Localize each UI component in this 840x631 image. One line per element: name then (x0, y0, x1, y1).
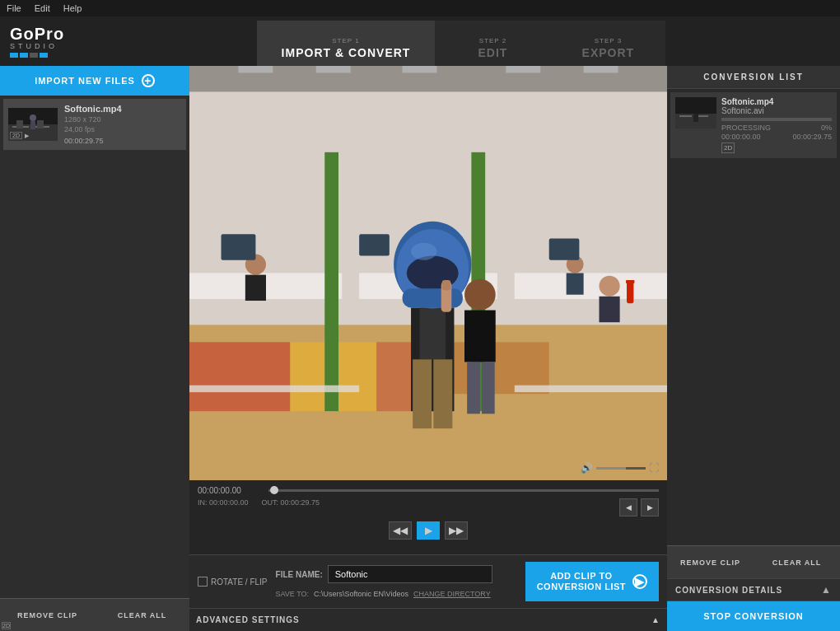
svg-rect-7 (30, 121, 35, 129)
tab-export[interactable]: STEP 3 EXPORT (550, 21, 665, 66)
rotate-label: ROTATE / FLIP (211, 577, 268, 587)
file-info: Softonic.mp4 1280 x 720 24,00 fps 00:00:… (64, 104, 181, 145)
svg-rect-51 (549, 239, 580, 260)
remove-clip-button[interactable]: REMOVE CLIP (0, 598, 95, 631)
step2-label: STEP 2 (479, 37, 506, 44)
svg-rect-43 (467, 362, 480, 414)
conversion-details-arrow: ▲ (821, 584, 832, 596)
svg-rect-29 (567, 273, 584, 295)
add-to-conversion-list-button[interactable]: ADD CLIP TOCONVERSION LIST ▶ (525, 562, 659, 601)
volume-row: 🔊 ⛶ (581, 462, 659, 474)
rotate-checkbox[interactable] (198, 577, 208, 587)
out-point: OUT: 00:00:29.75 (262, 498, 320, 516)
left-panel: IMPORT NEW FILES + (0, 66, 189, 631)
video-controls: 00:00:00.00 IN: 00:00:00.00 OUT: 00:00:2… (189, 480, 667, 554)
svg-point-41 (464, 279, 496, 311)
fullscreen-icon[interactable]: ⛶ (649, 462, 659, 474)
svg-rect-33 (433, 359, 452, 428)
svg-rect-4 (16, 120, 23, 129)
conv-filename-out: Softonic.avi (721, 106, 832, 115)
conversion-item[interactable]: 2D Softonic.mp4 Softonic.avi PROCESSING … (670, 92, 837, 158)
svg-rect-37 (403, 288, 463, 307)
filename-input[interactable] (328, 565, 492, 583)
gopro-logo: GoPro (10, 25, 64, 44)
video-area (189, 66, 667, 480)
conv-time-end: 00:00:29.75 (792, 133, 832, 141)
fast-forward-button[interactable]: ▶▶ (445, 521, 468, 540)
menu-edit[interactable]: Edit (35, 3, 50, 13)
step1-name: IMPORT & CONVERT (282, 46, 411, 59)
logo-area: GoPro STUDIO (10, 25, 92, 58)
conversion-details-label: CONVERSION DETAILS (675, 586, 782, 595)
svg-rect-52 (627, 282, 633, 303)
svg-rect-31 (420, 307, 446, 359)
import-new-files-button[interactable]: IMPORT NEW FILES + (0, 66, 189, 96)
file-item[interactable]: 2D ▶ Softonic.mp4 1280 x 720 24,00 fps 0… (3, 99, 186, 150)
tab-import-convert[interactable]: STEP 1 IMPORT & CONVERT (257, 21, 436, 66)
volume-icon: 🔊 (581, 462, 593, 474)
play-button[interactable]: ▶ (417, 521, 440, 540)
svg-rect-42 (464, 311, 496, 362)
conv-progress-bar (721, 118, 832, 121)
tab-edit[interactable]: STEP 2 EDIT (435, 21, 550, 66)
timeline-timestamp: 00:00:00.00 (198, 486, 264, 495)
svg-rect-40 (442, 280, 450, 291)
svg-rect-22 (324, 152, 338, 411)
in-point: IN: 00:00:00.00 (198, 498, 249, 516)
svg-rect-54 (189, 66, 667, 91)
right-panel: CONVERSION LIST 2D Softonic.mp4 (667, 66, 840, 631)
clear-all-button[interactable]: CLEAR ALL (95, 598, 189, 631)
conversion-list-header: CONVERSION LIST (667, 66, 840, 89)
menu-bar: File Edit Help (0, 0, 840, 16)
conv-badge: 2D (721, 143, 735, 153)
saveto-label: SAVE TO: (276, 590, 310, 598)
add-icon: ▶ (632, 574, 647, 589)
svg-rect-60 (693, 114, 698, 122)
conv-processing-label: PROCESSING (721, 124, 771, 132)
conv-info: Softonic.mp4 Softonic.avi PROCESSING 0% … (721, 97, 832, 153)
saveto-row: SAVE TO: C:\Users\Softonic EN\Videos CHA… (276, 590, 517, 598)
svg-rect-44 (482, 362, 495, 414)
conversion-details-bar[interactable]: CONVERSION DETAILS ▲ (667, 578, 840, 601)
step1-label: STEP 1 (332, 37, 359, 44)
svg-point-45 (599, 276, 619, 297)
file-thumbnail: 2D ▶ (8, 108, 58, 141)
advanced-settings-bar[interactable]: ADVANCED SETTINGS ▲ (189, 608, 667, 631)
video-frame (189, 66, 667, 480)
step2-name: EDIT (478, 46, 507, 59)
svg-rect-15 (189, 342, 290, 411)
step3-name: EXPORT (582, 46, 635, 59)
bottom-controls: ROTATE / FLIP FILE NAME: SAVE TO: C:\Use… (189, 554, 667, 608)
file-duration: 00:00:29.75 (64, 137, 104, 145)
file-resolution: 1280 x 720 (64, 115, 181, 124)
volume-track[interactable] (596, 467, 646, 470)
stop-conversion-button[interactable]: STOP CONVERSION (667, 601, 840, 631)
rewind-button[interactable]: ◀◀ (389, 521, 412, 540)
menu-file[interactable]: File (7, 3, 21, 13)
volume-fill (596, 467, 626, 470)
advanced-settings-toggle: ▲ (651, 615, 660, 624)
file-list: 2D ▶ Softonic.mp4 1280 x 720 24,00 fps 0… (0, 96, 189, 598)
conv-thumbnail: 2D (675, 97, 716, 129)
timeline-bar: 00:00:00.00 (198, 480, 659, 497)
file-name: Softonic.mp4 (64, 104, 181, 114)
right-remove-clip-button[interactable]: REMOVE CLIP (667, 545, 754, 578)
svg-rect-48 (515, 386, 667, 392)
conv-time-row: 00:00:00.00 00:00:29.75 (721, 133, 832, 141)
svg-rect-25 (245, 275, 266, 301)
in-button[interactable]: ◀ (619, 498, 637, 516)
svg-rect-5 (37, 120, 44, 129)
right-clear-all-button[interactable]: CLEAR ALL (754, 545, 840, 578)
dot-3 (30, 53, 38, 58)
right-button-row: REMOVE CLIP CLEAR ALL (667, 545, 840, 578)
out-button[interactable]: ▶ (641, 498, 659, 516)
filename-label: FILE NAME: (276, 570, 323, 579)
import-label: IMPORT NEW FILES (35, 76, 135, 86)
timeline-track[interactable] (268, 489, 659, 492)
svg-rect-57 (679, 115, 692, 117)
logo-dots (10, 53, 48, 58)
change-directory-button[interactable]: CHANGE DIRECTORY (413, 590, 491, 598)
svg-rect-46 (599, 297, 619, 322)
menu-help[interactable]: Help (63, 3, 82, 13)
svg-rect-49 (222, 234, 256, 259)
